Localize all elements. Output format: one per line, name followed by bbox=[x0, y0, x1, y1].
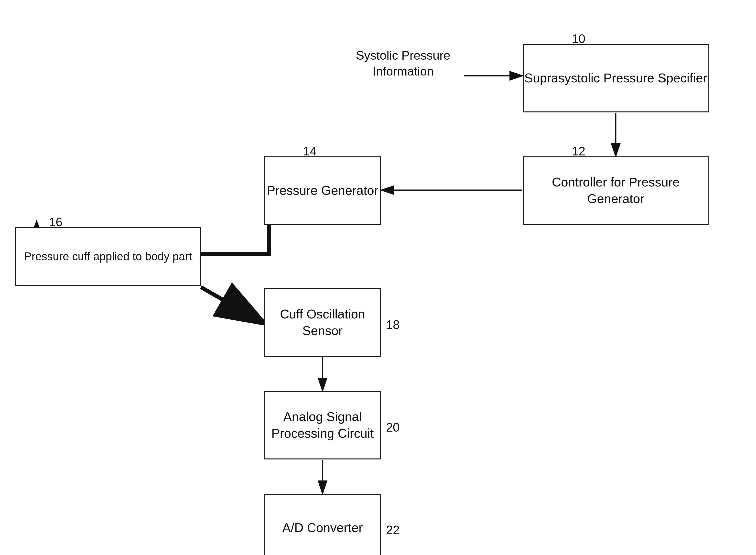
suprasystolic-specifier-label: Suprasystolic Pressure Specifier bbox=[524, 70, 707, 87]
cuff-oscillation-number: 18 bbox=[386, 318, 400, 332]
pressure-cuff-box: Pressure cuff applied to body part bbox=[15, 227, 201, 286]
analog-signal-number: 20 bbox=[386, 420, 400, 434]
pressure-cuff-number: 16 bbox=[49, 215, 62, 229]
pressure-generator-label: Pressure Generator bbox=[267, 182, 379, 199]
analog-signal-box: Analog Signal Processing Circuit bbox=[264, 391, 381, 460]
ad-converter-label: A/D Converter bbox=[282, 520, 363, 536]
pressure-generator-box: Pressure Generator bbox=[264, 157, 381, 225]
pressure-generator-number: 14 bbox=[303, 144, 317, 158]
suprasystolic-number: 10 bbox=[572, 32, 585, 46]
pressure-cuff-label: Pressure cuff applied to body part bbox=[24, 249, 192, 264]
cuff-oscillation-label: Cuff Oscillation Sensor bbox=[265, 306, 380, 339]
ad-converter-box: A/D Converter bbox=[264, 494, 381, 555]
diagram-container: Suprasystolic Pressure Specifier 10 Cont… bbox=[0, 0, 756, 555]
systolic-info-label: Systolic Pressure Information bbox=[347, 48, 459, 79]
controller-number: 12 bbox=[572, 144, 585, 158]
analog-signal-label: Analog Signal Processing Circuit bbox=[265, 409, 380, 441]
svg-line-5 bbox=[201, 287, 263, 323]
controller-label: Controller for Pressure Generator bbox=[524, 174, 708, 207]
cuff-oscillation-box: Cuff Oscillation Sensor bbox=[264, 288, 381, 357]
suprasystolic-specifier-box: Suprasystolic Pressure Specifier bbox=[523, 44, 709, 113]
ad-converter-number: 22 bbox=[386, 523, 400, 537]
controller-box: Controller for Pressure Generator bbox=[523, 157, 709, 225]
